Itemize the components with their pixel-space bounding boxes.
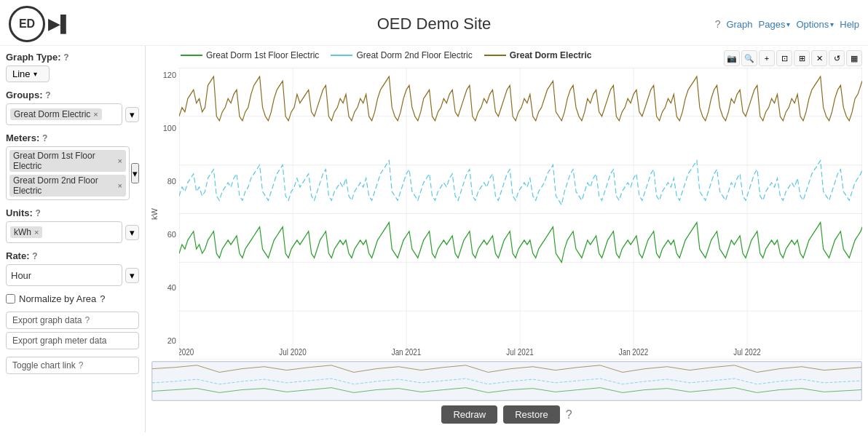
options-caret: ▾ [830,20,834,28]
chart-area: Great Dorm 1st Floor Electric Great Dorm… [146,46,868,432]
meters-help-icon[interactable]: ? [42,133,47,143]
units-input-wrapper: kWh × ▾ [6,221,139,243]
rate-dropdown-arrow[interactable]: ▾ [125,268,139,283]
units-help-icon[interactable]: ? [35,208,40,218]
rate-input-wrapper: Hour ▾ [6,264,139,286]
meters-label: Meters: [6,132,39,143]
restore-button[interactable]: Restore [503,405,560,424]
graph-type-help-icon[interactable]: ? [63,52,68,63]
meter1-tag: Great Dorm 1st Floor Electric × [9,150,126,172]
rate-dropdown[interactable]: Hour [6,264,122,286]
svg-text:Jul 2021: Jul 2021 [506,347,533,357]
legend-color-3 [484,55,506,56]
minimap[interactable] [151,361,862,401]
meter2-tag: Great Dorm 2nd Floor Electric × [9,175,126,197]
rate-value: Hour [11,270,31,281]
graph-type-caret: ▾ [33,70,37,78]
pages-caret: ▾ [786,20,790,28]
logo: ED ▶▌ [9,6,72,42]
units-label: Units: [6,207,33,218]
groups-help-icon[interactable]: ? [45,90,50,100]
minus-button[interactable]: ⊡ [776,50,792,66]
legend-item-1: Great Dorm 1st Floor Electric [181,50,319,60]
plus-button[interactable]: + [759,50,775,66]
export-section: Export graph data ? Export graph meter d… [6,312,139,349]
logo-circle: ED [9,6,45,42]
main-chart-svg: Jan 2020 Jul 2020 Jan 2021 Jul 2021 Jan … [179,68,862,360]
meters-section: Meters: ? Great Dorm 1st Floor Electric … [6,132,139,200]
rate-help-icon[interactable]: ? [32,251,37,261]
groups-tag-remove[interactable]: × [93,110,98,119]
logo-icon: ▶▌ [48,15,72,33]
graph-type-dropdown[interactable]: Line ▾ [6,66,50,82]
units-tag-remove[interactable]: × [34,228,39,237]
svg-text:Jul 2022: Jul 2022 [733,347,760,357]
meters-dropdown-arrow[interactable]: ▾ [131,163,139,183]
zoom-extent-button[interactable]: ⊞ [794,50,810,66]
legend-item-2: Great Dorm 2nd Floor Electric [331,50,472,60]
export-graph-button[interactable]: Export graph data ? [6,312,139,329]
graph-type-label: Graph Type: [6,52,61,63]
bottom-help-icon[interactable]: ? [566,408,572,421]
legend-item-3: Great Dorm Electric [484,50,592,60]
logo-text: ED [19,17,35,31]
chart-toolbar: 📷 🔍 + ⊡ ⊞ ✕ ↺ ▦ [724,50,862,66]
camera-button[interactable]: 📷 [724,50,740,66]
units-tag: kWh × [10,226,42,238]
minimap-svg [152,362,861,400]
nav-links: ? Graph Pages ▾ Options ▾ Help [715,18,859,30]
nav-graph-link[interactable]: Graph [726,19,752,30]
pan-button[interactable]: ✕ [811,50,827,66]
units-section: Units: ? kWh × ▾ [6,207,139,243]
graph-type-value: Line [12,68,31,79]
groups-dropdown-arrow[interactable]: ▾ [125,107,139,122]
y-tick-60: 60 [167,230,176,239]
export-graph-help-icon: ? [84,315,90,325]
svg-text:Jan 2020: Jan 2020 [179,347,194,357]
meter1-tag-remove[interactable]: × [118,156,122,165]
chart-legend: Great Dorm 1st Floor Electric Great Dorm… [151,50,591,60]
normalize-section: Normalize by Area ? [6,293,139,304]
svg-text:Jul 2020: Jul 2020 [279,347,306,357]
legend-color-1 [181,55,202,56]
redraw-button[interactable]: Redraw [441,405,497,424]
main-layout: Graph Type: ? Line ▾ Groups: ? Great Dor… [0,46,868,432]
meters-tag-box[interactable]: Great Dorm 1st Floor Electric × Great Do… [6,146,130,200]
y-tick-40: 40 [167,283,176,292]
groups-tag: Great Dorm Electric × [10,108,102,120]
chart-canvas: Jan 2020 Jul 2020 Jan 2021 Jul 2021 Jan … [179,68,862,360]
legend-label-3: Great Dorm Electric [510,50,592,60]
y-tick-80: 80 [167,177,176,186]
sidebar: Graph Type: ? Line ▾ Groups: ? Great Dor… [0,46,146,432]
groups-label: Groups: [6,90,43,100]
groups-tag-input[interactable]: Great Dorm Electric × [6,103,122,125]
bar-button[interactable]: ▦ [846,50,862,66]
nav-help-link[interactable]: Help [840,19,859,30]
bottom-buttons: Redraw Restore ? [151,401,862,428]
export-meter-button[interactable]: Export graph meter data [6,332,139,349]
svg-rect-22 [152,362,861,400]
legend-label-2: Great Dorm 2nd Floor Electric [356,50,472,60]
units-dropdown-arrow[interactable]: ▾ [125,225,139,240]
normalize-label: Normalize by Area [19,293,96,304]
normalize-checkbox[interactable] [6,294,15,304]
svg-text:Jan 2022: Jan 2022 [619,347,649,357]
toggle-section: Toggle chart link ? [6,357,139,374]
rate-section: Rate: ? Hour ▾ [6,250,139,286]
legend-color-2 [331,55,352,56]
y-tick-120: 120 [163,71,176,79]
units-tag-input[interactable]: kWh × [6,221,122,243]
zoom-button[interactable]: 🔍 [741,50,757,66]
legend-label-1: Great Dorm 1st Floor Electric [206,50,319,60]
normalize-help-icon[interactable]: ? [100,293,105,304]
meter2-tag-remove[interactable]: × [118,181,122,190]
nav-options-dropdown[interactable]: Options ▾ [796,19,834,30]
rate-label: Rate: [6,250,30,261]
reset-button[interactable]: ↺ [829,50,845,66]
nav-pages-dropdown[interactable]: Pages ▾ [759,19,791,30]
chart-wrapper: kW 120 100 80 60 40 20 [151,68,862,360]
toggle-chart-button[interactable]: Toggle chart link ? [6,357,139,374]
page-title: OED Demo Site [377,15,492,33]
y-label-kw: kW [150,208,159,220]
toggle-chart-help-icon: ? [79,360,84,370]
